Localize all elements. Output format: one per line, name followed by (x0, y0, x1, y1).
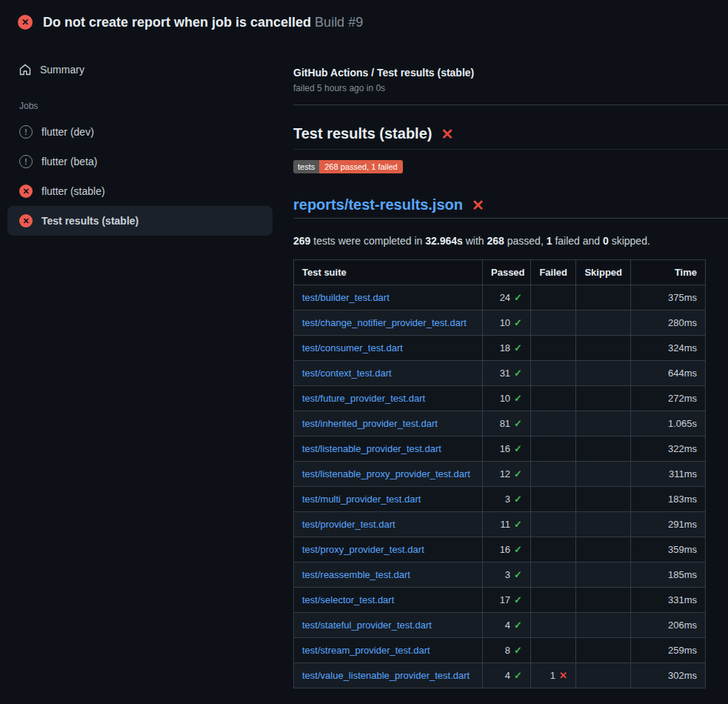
cell-time: 259ms (631, 638, 706, 663)
cell-test-suite: test/context_test.dart (294, 361, 483, 386)
cell-time: 291ms (631, 512, 706, 537)
cell: 3✓ (483, 562, 531, 588)
test-suite-link[interactable]: test/change_notifier_provider_test.dart (302, 317, 467, 328)
cell: 16✓ (483, 537, 531, 562)
check-icon: ✓ (514, 645, 522, 656)
cell: 81✓ (483, 411, 531, 436)
main-content: GitHub Actions / Test results (stable) f… (281, 50, 728, 688)
cell-skipped (576, 336, 631, 361)
failed-status-icon: ✕ (18, 15, 33, 30)
cell (531, 285, 576, 311)
check-icon: ✓ (514, 494, 522, 505)
cell-time: 359ms (631, 537, 706, 562)
check-icon: ✓ (514, 594, 522, 605)
cell (531, 512, 576, 537)
table-row: test/stream_provider_test.dart8✓259ms (294, 638, 706, 663)
cell-time: 280ms (631, 311, 706, 336)
cell (531, 386, 576, 411)
check-icon: ✓ (514, 342, 522, 353)
report-file-link[interactable]: reports/test-results.json (293, 196, 463, 213)
cell: 10✓ (483, 386, 531, 411)
cell (531, 613, 576, 638)
table-row: test/builder_test.dart24✓375ms (294, 285, 706, 311)
cell-test-suite: test/reassemble_test.dart (294, 562, 483, 588)
cell-time: 185ms (631, 562, 706, 588)
cell (531, 562, 576, 588)
cell-time: 322ms (631, 436, 706, 462)
test-suite-link[interactable]: test/provider_test.dart (302, 519, 395, 530)
test-suite-link[interactable]: test/inherited_provider_test.dart (302, 418, 438, 429)
check-icon: ✓ (514, 393, 522, 404)
test-suite-link[interactable]: test/multi_provider_test.dart (302, 494, 421, 505)
cell: 11✓ (483, 512, 531, 537)
col-header-test-suite: Test suite (294, 260, 483, 285)
test-suite-link[interactable]: test/listenable_provider_test.dart (302, 443, 441, 454)
test-suite-link[interactable]: test/context_test.dart (302, 368, 392, 379)
cell-test-suite: test/future_provider_test.dart (294, 386, 483, 411)
cell: 3✓ (483, 487, 531, 512)
home-icon (19, 64, 31, 76)
table-header-row: Test suite Passed Failed Skipped Time (294, 260, 706, 285)
test-suite-link[interactable]: test/listenable_proxy_provider_test.dart (302, 468, 470, 479)
cell: 4✓ (483, 663, 531, 688)
cell-skipped (576, 361, 631, 386)
run-summary: 269 tests were completed in 32.964s with… (293, 235, 728, 247)
table-row: test/proxy_provider_test.dart16✓359ms (294, 537, 706, 562)
cell-time: 331ms (631, 588, 706, 613)
summary-failed: 1 (547, 235, 552, 247)
summary-total: 269 (293, 235, 310, 247)
summary-text: passed, (504, 235, 547, 247)
test-suite-link[interactable]: test/stream_provider_test.dart (302, 645, 430, 656)
summary-passed: 268 (487, 235, 504, 247)
sidebar-item-summary[interactable]: Summary (7, 59, 273, 80)
check-icon: ✓ (514, 317, 522, 328)
cell-skipped (576, 663, 631, 688)
sidebar-item-flutter-stable[interactable]: ✕flutter (stable) (7, 176, 273, 206)
cell (531, 361, 576, 386)
table-body: test/builder_test.dart24✓375mstest/chang… (294, 285, 706, 688)
badge-value: 268 passed, 1 failed (319, 160, 402, 173)
cell-test-suite: test/listenable_proxy_provider_test.dart (294, 462, 483, 487)
cell-time: 324ms (631, 336, 706, 361)
check-icon: ✓ (514, 443, 522, 454)
sidebar-item-label: flutter (beta) (41, 156, 97, 167)
content-layout: Summary Jobs !flutter (dev)!flutter (bet… (0, 50, 728, 688)
check-icon: ✓ (514, 468, 522, 479)
test-suite-link[interactable]: test/consumer_test.dart (302, 342, 403, 353)
page-title: Do not create report when job is cancell… (43, 15, 363, 30)
cell-test-suite: test/provider_test.dart (294, 512, 483, 537)
cell-time: 644ms (631, 361, 706, 386)
cell (531, 462, 576, 487)
table-row: test/inherited_provider_test.dart81✓1.06… (294, 411, 706, 436)
cell-skipped (576, 411, 631, 436)
test-suite-link[interactable]: test/proxy_provider_test.dart (302, 544, 424, 555)
cell-skipped (576, 487, 631, 512)
cell: 10✓ (483, 311, 531, 336)
cell-test-suite: test/builder_test.dart (294, 285, 483, 311)
test-suite-link[interactable]: test/builder_test.dart (302, 292, 390, 303)
cell (531, 487, 576, 512)
cell-skipped (576, 285, 631, 311)
cell-skipped (576, 638, 631, 663)
table-row: test/future_provider_test.dart10✓272ms (294, 386, 706, 411)
sidebar-item-flutter-dev[interactable]: !flutter (dev) (7, 117, 273, 147)
cell-test-suite: test/consumer_test.dart (294, 336, 483, 361)
test-suite-link[interactable]: test/reassemble_test.dart (302, 569, 410, 580)
cancelled-icon: ! (19, 155, 33, 168)
cell-skipped (576, 462, 631, 487)
summary-text: tests were completed in (310, 235, 425, 247)
failed-x-icon: ✕ (472, 198, 484, 213)
test-suite-link[interactable]: test/future_provider_test.dart (302, 393, 425, 404)
sidebar-item-flutter-beta[interactable]: !flutter (beta) (7, 147, 273, 176)
check-icon: ✓ (514, 544, 522, 555)
cell: 16✓ (483, 436, 531, 462)
table-row: test/multi_provider_test.dart3✓183ms (294, 487, 706, 512)
cell-time: 206ms (631, 613, 706, 638)
test-suite-link[interactable]: test/stateful_provider_test.dart (302, 620, 432, 631)
sidebar-item-test-results-stable[interactable]: ✕Test results (stable) (7, 206, 273, 236)
cell-skipped (576, 436, 631, 462)
test-suite-link[interactable]: test/selector_test.dart (302, 594, 394, 605)
col-header-failed: Failed (531, 260, 576, 285)
test-suite-link[interactable]: test/value_listenable_provider_test.dart (302, 670, 470, 681)
col-header-time: Time (631, 260, 706, 285)
